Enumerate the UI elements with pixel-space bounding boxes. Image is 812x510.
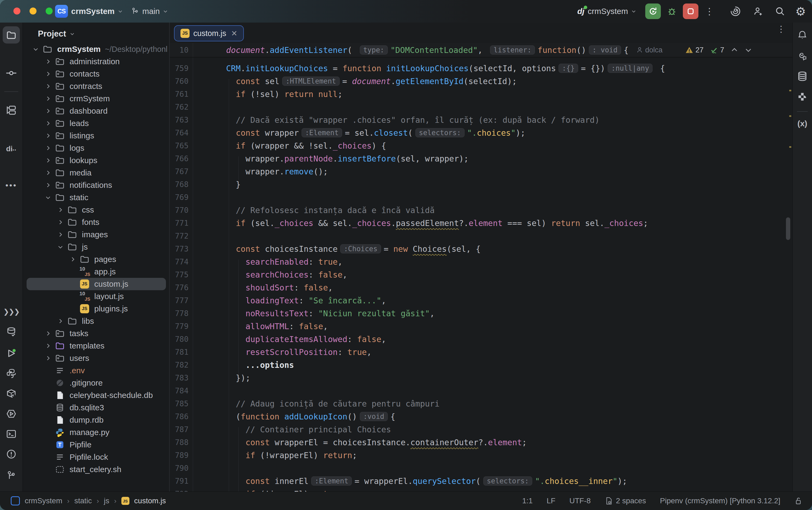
rerun-button[interactable]: [645, 3, 661, 19]
chevron-right-icon[interactable]: [42, 107, 54, 115]
code-viewport[interactable]: 759CRM.initLookupChoices = function init…: [170, 57, 792, 492]
code-line-778[interactable]: 778 noResultsText: "Niciun rezultat găsi…: [170, 307, 792, 320]
tree-item-pipfile[interactable]: Pipfile: [23, 438, 169, 451]
tree-item-contracts[interactable]: contracts: [23, 80, 169, 92]
code-line-763[interactable]: 763 // Dacă există "wrapper .choices" or…: [170, 113, 792, 126]
tree-item-layout-js[interactable]: 10JSlayout.js: [23, 290, 169, 303]
tree-item-dump-rdb[interactable]: dump.rdb: [23, 414, 169, 426]
code-line-790[interactable]: 790: [170, 462, 792, 475]
chevron-right-icon[interactable]: [67, 255, 79, 263]
run-config-widget[interactable]: dj crmSystem: [577, 0, 636, 23]
inspections-widget[interactable]: 27 7: [685, 43, 752, 57]
chevron-down-icon[interactable]: [30, 45, 41, 53]
code-line-783[interactable]: 783 });: [170, 371, 792, 384]
tree-item-leads[interactable]: leads: [23, 117, 169, 130]
project-panel-header[interactable]: Project: [38, 29, 74, 39]
vcs-branch-widget[interactable]: main: [131, 0, 168, 23]
chevron-right-icon[interactable]: [42, 181, 54, 189]
code-line-772[interactable]: 772: [170, 229, 792, 243]
code-line-768[interactable]: 768 }: [170, 178, 792, 191]
indent-widget[interactable]: 2 spaces: [605, 497, 646, 505]
code-line-782[interactable]: 782 ...options: [170, 359, 792, 371]
chevron-right-icon[interactable]: [42, 132, 54, 140]
code-line-784[interactable]: 784: [170, 384, 792, 397]
tool-hidden-windows-button[interactable]: ❯❯❯: [3, 308, 19, 316]
code-line-791[interactable]: 791 const innerEl:Element= wrapperEl.que…: [170, 475, 792, 487]
code-line-785[interactable]: 785 // Adaug iconiță de căutare pentru c…: [170, 397, 792, 410]
code-author-hint[interactable]: dolca: [636, 46, 663, 54]
tree-item-contacts[interactable]: contacts: [23, 68, 169, 80]
code-line-762[interactable]: 762: [170, 101, 792, 113]
tree-item-notifications[interactable]: notifications: [23, 179, 169, 191]
project-widget[interactable]: CS crmSystem: [55, 0, 123, 23]
tree-item-db-sqlite3[interactable]: db.sqlite3: [23, 401, 169, 414]
tree-item-images[interactable]: images: [23, 228, 169, 241]
close-icon[interactable]: ✕: [231, 29, 237, 38]
tool-database-button[interactable]: [6, 327, 17, 337]
code-line-776[interactable]: 776 shouldSort: false,: [170, 281, 792, 294]
tree-item-celerybeat-schedule-db[interactable]: celerybeat-schedule.db: [23, 389, 169, 401]
code-line-789[interactable]: 789 if (!wrapperEl) return;: [170, 449, 792, 462]
tree-item--env[interactable]: .env: [23, 364, 169, 377]
caret-position-widget[interactable]: 1:1: [522, 497, 533, 505]
tree-item-lookups[interactable]: lookups: [23, 154, 169, 167]
encoding-widget[interactable]: UTF-8: [569, 497, 591, 505]
tree-item-libs[interactable]: libs: [23, 315, 169, 327]
code-line-781[interactable]: 781 resetScrollPosition: true,: [170, 345, 792, 359]
macos-minimize-button[interactable]: [30, 7, 36, 15]
code-line-761[interactable]: 761 if (!sel) return null;: [170, 88, 792, 101]
chevron-right-icon[interactable]: [42, 94, 54, 103]
chevron-right-icon[interactable]: [42, 82, 54, 90]
tool-run-button[interactable]: [6, 348, 17, 359]
tree-item--gitignore[interactable]: .gitignore: [23, 377, 169, 389]
tree-item-templates[interactable]: templates: [23, 340, 169, 352]
breadcrumb-static[interactable]: static: [74, 497, 92, 505]
stop-button[interactable]: [683, 3, 698, 19]
code-line-759[interactable]: 759CRM.initLookupChoices = function init…: [170, 62, 792, 75]
tree-item-listings[interactable]: listings: [23, 130, 169, 142]
code-line-787[interactable]: 787 // Container principal Choices: [170, 423, 792, 436]
sticky-header-line[interactable]: 10 document.addEventListener( type:"DOMC…: [170, 43, 792, 57]
ai-assistant-button[interactable]: [730, 0, 741, 23]
macos-zoom-button[interactable]: [46, 7, 53, 15]
tree-item-manage-py[interactable]: manage.py: [23, 426, 169, 438]
debug-button[interactable]: [664, 3, 680, 19]
chevron-right-icon[interactable]: [42, 70, 54, 78]
database-tool-button[interactable]: [797, 71, 808, 82]
code-line-765[interactable]: 765 if (wrapper && !sel._choices) {: [170, 139, 792, 152]
chevron-right-icon[interactable]: [42, 330, 54, 338]
variables-tool-button[interactable]: (x): [798, 119, 807, 128]
code-line-788[interactable]: 788 const wrapperEl = choicesInstance.co…: [170, 436, 792, 449]
chevron-right-icon[interactable]: [55, 231, 66, 238]
chevron-right-icon[interactable]: [55, 218, 66, 226]
chevron-right-icon[interactable]: [42, 57, 54, 65]
tab-custom-js[interactable]: JS custom.js ✕: [174, 25, 244, 41]
tree-item-js[interactable]: js: [23, 241, 169, 253]
chevron-right-icon[interactable]: [42, 169, 54, 177]
code-with-me-button[interactable]: [752, 0, 764, 23]
tool-django-structure-button[interactable]: di▪▪: [6, 145, 17, 153]
search-everywhere-button[interactable]: [774, 0, 786, 23]
tree-item-administration[interactable]: administration: [23, 55, 169, 68]
tool-git-button[interactable]: [6, 471, 17, 481]
interpreter-widget[interactable]: Pipenv (crmSystem) [Python 3.12.2]: [660, 497, 780, 505]
chevron-right-icon[interactable]: [55, 317, 66, 325]
tree-item-start-celery-sh[interactable]: start_celery.sh: [23, 463, 169, 476]
code-line-779[interactable]: 779 allowHTML: false,: [170, 320, 792, 333]
code-line-760[interactable]: 760 const sel:HTMLElement= document.getE…: [170, 75, 792, 88]
tree-item-users[interactable]: users: [23, 352, 169, 364]
chevron-down-icon[interactable]: [42, 194, 54, 201]
tree-item-crmsystem[interactable]: crmSystem: [23, 92, 169, 105]
chevron-right-icon[interactable]: [42, 342, 54, 350]
tree-item-custom-js[interactable]: JScustom.js: [23, 278, 169, 290]
tool-services-button[interactable]: [6, 409, 17, 419]
ai-assistant-tool-button[interactable]: [797, 51, 808, 61]
chevron-down-icon[interactable]: [55, 243, 66, 251]
tool-python-packages-button[interactable]: [6, 389, 17, 399]
tree-item-tasks[interactable]: tasks: [23, 327, 169, 340]
tool-python-console-button[interactable]: [6, 368, 17, 378]
tree-item-logs[interactable]: logs: [23, 142, 169, 154]
tree-item-pipfile-lock[interactable]: Pipfile.lock: [23, 451, 169, 463]
tree-item-plugins-js[interactable]: JSplugins.js: [23, 303, 169, 315]
unlock-icon[interactable]: [794, 497, 802, 505]
